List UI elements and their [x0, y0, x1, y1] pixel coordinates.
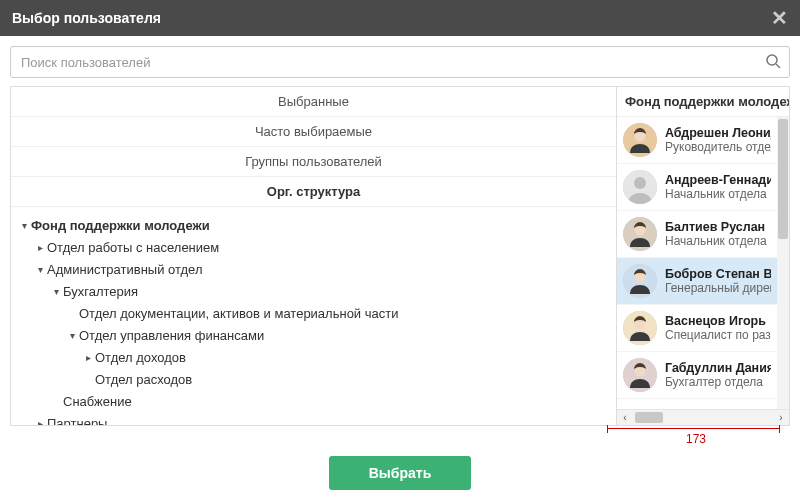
user-info: Андреев-ГеннадийНачальник отдела — [665, 173, 771, 201]
avatar — [623, 217, 657, 251]
avatar — [623, 170, 657, 204]
scroll-right-icon[interactable]: › — [773, 412, 789, 423]
user-role: Начальник отдела — [665, 187, 771, 201]
tree-node-docs[interactable]: Отдел документации, активов и материальн… — [19, 303, 612, 325]
chevron-right-icon: ▸ — [83, 347, 93, 369]
avatar — [623, 311, 657, 345]
user-name: Андреев-Геннадий — [665, 173, 771, 187]
tree-node-finance[interactable]: ▾Отдел управления финансами — [19, 325, 612, 347]
chevron-down-icon: ▾ — [19, 215, 29, 237]
org-tree: ▾Фонд поддержки молодежи ▸Отдел работы с… — [11, 207, 616, 425]
vertical-scrollbar[interactable] — [777, 117, 789, 409]
tree-node-root[interactable]: ▾Фонд поддержки молодежи — [19, 215, 612, 237]
user-name: Васнецов Игорь — [665, 314, 771, 328]
user-name: Балтиев Руслан — [665, 220, 767, 234]
user-name: Абдрешен Леонид — [665, 126, 771, 140]
user-list-item[interactable]: Васнецов ИгорьСпециалист по развитию — [617, 305, 777, 352]
user-select-dialog: Выбор пользователя ✕ Выбранные Часто выб… — [0, 0, 800, 500]
avatar — [623, 264, 657, 298]
chevron-down-icon: ▾ — [67, 325, 77, 347]
user-role: Бухгалтер отдела — [665, 375, 771, 389]
user-list-item[interactable]: Абдрешен ЛеонидРуководитель отдела — [617, 117, 777, 164]
user-info: Балтиев РусланНачальник отдела — [665, 220, 767, 248]
dialog-body: Выбранные Часто выбираемые Группы пользо… — [10, 86, 790, 426]
chevron-down-icon: ▾ — [35, 259, 45, 281]
tree-label: Отдел расходов — [93, 369, 192, 391]
close-icon[interactable]: ✕ — [771, 8, 788, 28]
svg-point-0 — [767, 55, 777, 65]
tree-node-population[interactable]: ▸Отдел работы с населением — [19, 237, 612, 259]
search-wrap — [10, 46, 790, 78]
section-selected[interactable]: Выбранные — [11, 87, 616, 117]
tree-label: Бухгалтерия — [61, 281, 138, 303]
horizontal-scrollbar[interactable]: ‹ › — [617, 409, 789, 425]
dialog-footer: Выбрать — [10, 456, 790, 490]
right-panel: Фонд поддержки молодежи Абдрешен ЛеонидР… — [616, 87, 789, 425]
scroll-left-icon[interactable]: ‹ — [617, 412, 633, 423]
dialog-content: Выбранные Часто выбираемые Группы пользо… — [0, 36, 800, 500]
avatar — [623, 123, 657, 157]
user-list-item[interactable]: Бобров Степан ВГенеральный директор — [617, 258, 777, 305]
measure-line — [607, 428, 780, 429]
measure-annotation: 173 — [10, 426, 790, 450]
user-name: Габдуллин Данияр — [665, 361, 771, 375]
user-info: Абдрешен ЛеонидРуководитель отдела — [665, 126, 771, 154]
svg-line-1 — [776, 64, 780, 68]
chevron-down-icon: ▾ — [51, 281, 61, 303]
tree-node-expense[interactable]: Отдел расходов — [19, 369, 612, 391]
user-info: Габдуллин ДаниярБухгалтер отдела — [665, 361, 771, 389]
user-role: Руководитель отдела — [665, 140, 771, 154]
tree-node-supply[interactable]: Снабжение — [19, 391, 612, 413]
user-list-item[interactable]: Габдуллин ДаниярБухгалтер отдела — [617, 352, 777, 399]
measure-value: 173 — [686, 432, 706, 446]
section-frequent[interactable]: Часто выбираемые — [11, 117, 616, 147]
tree-label: Фонд поддержки молодежи — [29, 215, 210, 237]
user-role: Генеральный директор — [665, 281, 771, 295]
scroll-thumb[interactable] — [778, 119, 788, 239]
left-panel: Выбранные Часто выбираемые Группы пользо… — [11, 87, 616, 425]
tree-label: Отдел доходов — [93, 347, 186, 369]
dialog-title: Выбор пользователя — [12, 10, 771, 26]
user-info: Васнецов ИгорьСпециалист по развитию — [665, 314, 771, 342]
user-name: Бобров Степан В — [665, 267, 771, 281]
user-role: Специалист по развитию — [665, 328, 771, 342]
user-info: Бобров Степан ВГенеральный директор — [665, 267, 771, 295]
tree-node-income[interactable]: ▸Отдел доходов — [19, 347, 612, 369]
section-org-structure[interactable]: Орг. структура — [11, 177, 616, 207]
user-list-item[interactable]: Андреев-ГеннадийНачальник отдела — [617, 164, 777, 211]
svg-point-5 — [634, 177, 646, 189]
tree-label: Отдел документации, активов и материальн… — [77, 303, 398, 325]
chevron-right-icon: ▸ — [35, 237, 45, 259]
user-role: Начальник отдела — [665, 234, 767, 248]
chevron-right-icon: ▸ — [35, 413, 45, 425]
tree-label: Отдел управления финансами — [77, 325, 264, 347]
user-list-item[interactable]: Балтиев РусланНачальник отдела — [617, 211, 777, 258]
select-button[interactable]: Выбрать — [329, 456, 472, 490]
tree-label: Отдел работы с населением — [45, 237, 219, 259]
scroll-thumb[interactable] — [635, 412, 663, 423]
titlebar: Выбор пользователя ✕ — [0, 0, 800, 36]
tree-label: Снабжение — [61, 391, 132, 413]
avatar — [623, 358, 657, 392]
tree-node-admin[interactable]: ▾Административный отдел — [19, 259, 612, 281]
tree-node-accounting[interactable]: ▾Бухгалтерия — [19, 281, 612, 303]
user-list: Абдрешен ЛеонидРуководитель отделаАндрее… — [617, 117, 789, 409]
tree-label: Партнеры — [45, 413, 107, 425]
search-input[interactable] — [10, 46, 790, 78]
tree-label: Административный отдел — [45, 259, 202, 281]
section-groups[interactable]: Группы пользователей — [11, 147, 616, 177]
right-panel-header: Фонд поддержки молодежи — [617, 87, 789, 117]
tree-node-partners[interactable]: ▸Партнеры — [19, 413, 612, 425]
search-icon — [765, 53, 781, 69]
